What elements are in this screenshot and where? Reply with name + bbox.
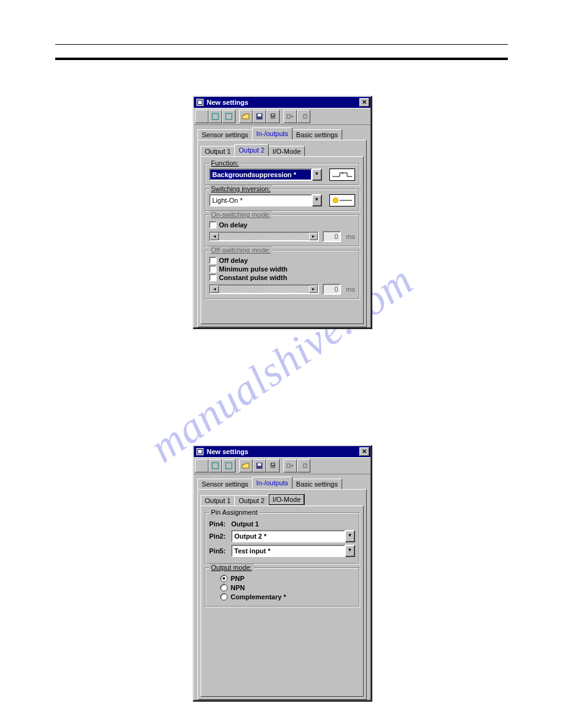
pin-assignment-group: Pin Assignment Pin4: Output 1 Pin2: Outp… xyxy=(205,512,359,564)
toolbar xyxy=(194,108,370,125)
open-icon[interactable] xyxy=(239,459,253,472)
titlebar[interactable]: New settings ✕ xyxy=(194,446,370,457)
radio-complementary[interactable]: Complementary * xyxy=(220,593,355,601)
svg-rect-10 xyxy=(304,115,307,118)
toolbar-button-7[interactable] xyxy=(283,110,297,123)
off-delay-label: Off delay xyxy=(219,257,248,264)
main-tabs: Sensor settings In-/outputs Basic settin… xyxy=(197,477,367,489)
off-delay-slider[interactable]: ◂ ▸ xyxy=(209,284,319,294)
radio-circle xyxy=(220,575,228,582)
on-delay-unit: ms xyxy=(346,233,355,240)
save-icon[interactable] xyxy=(253,459,266,472)
svg-rect-9 xyxy=(287,115,290,118)
pin2-select[interactable]: Output 2 * ▼ xyxy=(231,530,355,542)
chevron-down-icon[interactable]: ▼ xyxy=(345,530,355,542)
window-title: New settings xyxy=(207,99,359,106)
off-switching-group: Off-switching mode: Off delay Minimum pu… xyxy=(205,250,359,299)
const-pulse-label: Constant pulse width xyxy=(219,274,287,281)
radio-complementary-label: Complementary * xyxy=(231,593,286,601)
titlebar[interactable]: New settings ✕ xyxy=(194,97,370,108)
tab-output1[interactable]: Output 1 xyxy=(201,146,235,157)
output-mode-group: Output mode: PNP NPN Complementary * xyxy=(205,567,359,607)
tab-io-mode[interactable]: I/O-Mode xyxy=(268,493,305,506)
open-icon[interactable] xyxy=(239,110,253,123)
function-select[interactable]: Backgroundsuppression * ▼ xyxy=(209,169,322,181)
svg-rect-2 xyxy=(198,100,202,104)
radio-pnp-label: PNP xyxy=(231,575,245,582)
tab-basic-settings[interactable]: Basic settings xyxy=(292,129,342,140)
slider-left-icon[interactable]: ◂ xyxy=(210,233,219,240)
toolbar-button-2[interactable] xyxy=(209,459,222,472)
tab-output2[interactable]: Output 2 xyxy=(234,495,269,506)
toolbar-button-1[interactable] xyxy=(195,110,209,123)
page-rule-thick xyxy=(55,58,508,60)
tab-basic-settings[interactable]: Basic settings xyxy=(292,479,342,490)
pin2-value: Output 2 * xyxy=(231,530,345,542)
switching-inversion-value: Light-On * xyxy=(209,194,312,207)
on-delay-label: On delay xyxy=(219,221,247,229)
off-delay-checkbox[interactable]: Off delay xyxy=(209,257,355,264)
toolbar-button-8[interactable] xyxy=(297,459,310,472)
toolbar xyxy=(194,457,370,474)
settings-dialog-output2: New settings ✕ Sensor settings In-/outpu… xyxy=(193,96,372,328)
svg-rect-31 xyxy=(271,463,275,465)
toolbar-button-2[interactable] xyxy=(209,110,222,123)
print-icon[interactable] xyxy=(266,110,280,123)
min-pulse-checkbox[interactable]: Minimum pulse width xyxy=(209,265,355,273)
tab-in-outputs[interactable]: In-/outputs xyxy=(252,477,293,489)
toolbar-button-3[interactable] xyxy=(222,459,236,472)
switching-inversion-group: Switching inversion: Light-On * ▼ xyxy=(205,189,359,211)
checkbox-box xyxy=(209,265,216,273)
radio-pnp[interactable]: PNP xyxy=(220,575,355,582)
checkbox-box xyxy=(209,257,216,264)
sub-tabs: Output 1 Output 2 I/O-Mode xyxy=(201,493,364,506)
window-title: New settings xyxy=(207,448,359,455)
svg-rect-29 xyxy=(258,463,261,466)
svg-rect-6 xyxy=(258,114,261,116)
settings-dialog-iomode: New settings ✕ Sensor settings In-/outpu… xyxy=(193,445,372,701)
on-switching-group: On-switching mode: On delay ◂ ▸ 0 ms xyxy=(205,214,359,246)
svg-rect-3 xyxy=(212,113,218,119)
chevron-down-icon[interactable]: ▼ xyxy=(312,194,322,207)
toolbar-button-1[interactable] xyxy=(195,459,209,472)
chevron-down-icon[interactable]: ▼ xyxy=(312,169,322,181)
on-delay-slider[interactable]: ◂ ▸ xyxy=(209,232,319,241)
toolbar-button-8[interactable] xyxy=(297,110,310,123)
switching-inversion-preview-icon xyxy=(329,194,355,207)
min-pulse-label: Minimum pulse width xyxy=(219,265,288,273)
on-switching-legend: On-switching mode: xyxy=(209,211,272,218)
function-legend: Function: xyxy=(209,159,240,167)
radio-npn-label: NPN xyxy=(231,584,245,591)
const-pulse-checkbox[interactable]: Constant pulse width xyxy=(209,274,355,281)
on-delay-value: 0 xyxy=(323,231,341,242)
slider-right-icon[interactable]: ▸ xyxy=(309,286,318,293)
save-icon[interactable] xyxy=(253,110,266,123)
toolbar-button-7[interactable] xyxy=(283,459,297,472)
tab-in-outputs[interactable]: In-/outputs xyxy=(252,127,293,140)
tab-output2[interactable]: Output 2 xyxy=(234,144,269,156)
svg-rect-25 xyxy=(198,450,202,453)
on-delay-checkbox[interactable]: On delay xyxy=(209,221,355,229)
svg-rect-33 xyxy=(304,464,307,468)
toolbar-button-3[interactable] xyxy=(222,110,236,123)
checkbox-box xyxy=(209,274,216,281)
chevron-down-icon[interactable]: ▼ xyxy=(345,545,355,557)
tab-sensor-settings[interactable]: Sensor settings xyxy=(197,129,253,140)
svg-rect-27 xyxy=(226,463,232,469)
tab-sensor-settings[interactable]: Sensor settings xyxy=(197,479,253,490)
radio-npn[interactable]: NPN xyxy=(220,584,355,591)
slider-left-icon[interactable]: ◂ xyxy=(210,286,219,293)
switching-inversion-select[interactable]: Light-On * ▼ xyxy=(209,194,322,207)
close-button[interactable]: ✕ xyxy=(359,98,369,107)
tab-output1[interactable]: Output 1 xyxy=(201,495,235,506)
tab-io-mode[interactable]: I/O-Mode xyxy=(268,146,305,157)
close-button[interactable]: ✕ xyxy=(359,447,369,456)
slider-right-icon[interactable]: ▸ xyxy=(309,233,318,240)
pin5-label: Pin5: xyxy=(209,547,231,555)
pin5-select[interactable]: Test input * ▼ xyxy=(231,545,355,557)
svg-rect-4 xyxy=(226,113,232,119)
svg-rect-30 xyxy=(270,465,275,468)
print-icon[interactable] xyxy=(266,459,280,472)
function-value: Backgroundsuppression * xyxy=(209,169,312,181)
function-group: Function: Backgroundsuppression * ▼ c xyxy=(205,163,359,185)
